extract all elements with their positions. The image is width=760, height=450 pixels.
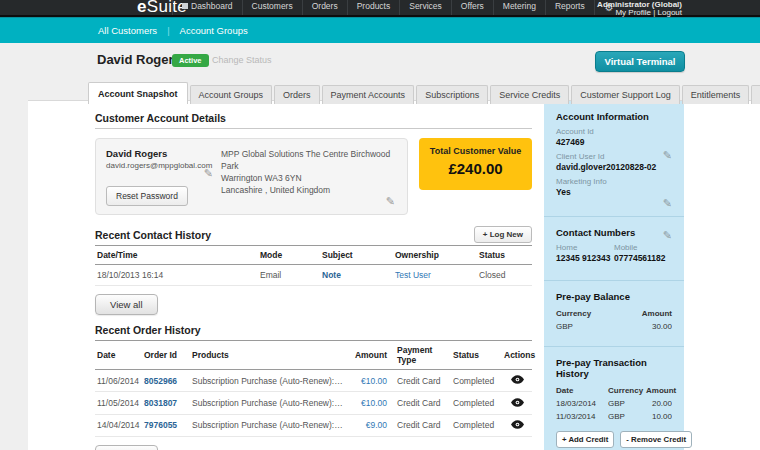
tab-entitlements[interactable]: Entitlements xyxy=(682,85,750,104)
contact-history-header: Recent Contact History + Log New xyxy=(95,215,532,245)
tab-customer-support-log[interactable]: Customer Support Log xyxy=(571,85,680,104)
col-order-id: Order Id xyxy=(142,341,190,370)
nav-reports[interactable]: Reports xyxy=(546,0,595,15)
cell-date: 14/04/2014 xyxy=(95,414,142,436)
edit-client-user-id-pencil-icon[interactable]: ✎ xyxy=(663,149,672,162)
cell-status: Completed xyxy=(451,392,502,414)
change-status-link[interactable]: Change Status xyxy=(212,55,272,65)
prepay-balance-table: Currency Amount GBP 30.00 xyxy=(556,307,672,333)
tab-account-snapshot[interactable]: Account Snapshot xyxy=(88,82,188,104)
tab-service-credits[interactable]: Service Credits xyxy=(490,85,569,104)
col-status: Status xyxy=(477,246,532,265)
client-user-id-label: Client User Id xyxy=(556,152,672,161)
order-history-view-all-button[interactable]: View all xyxy=(95,445,158,450)
section-title-account-details: Customer Account Details xyxy=(95,112,532,129)
contact-history-table: Date/Time Mode Subject Ownership Status … xyxy=(95,245,532,286)
edit-contact-numbers-pencil-icon[interactable]: ✎ xyxy=(663,229,672,242)
virtual-terminal-button[interactable]: Virtual Terminal xyxy=(595,51,685,72)
logout-link[interactable]: Logout xyxy=(658,8,682,17)
order-row: 14/04/2014 7976055 Subscription Purchase… xyxy=(95,414,532,436)
view-order-eye-icon[interactable] xyxy=(511,375,524,386)
amount-header: Amount xyxy=(618,307,672,320)
subnav-all-customers[interactable]: All Customers xyxy=(98,25,157,36)
page-header: David Rogers Active Change Status Virtua… xyxy=(0,43,760,82)
col-actions: Actions xyxy=(502,341,532,370)
prepay-history-title: Pre-pay Transaction History xyxy=(556,357,672,379)
tab-chargebacks[interactable]: Chargebacks xyxy=(751,85,760,104)
nav-services[interactable]: Services xyxy=(400,0,452,15)
my-profile-link[interactable]: My Profile xyxy=(615,8,651,17)
contact-numbers-section: Contact Numbers ✎ Home 12345 912343 Mobi… xyxy=(544,217,684,281)
remove-credit-button[interactable]: - Remove Credit xyxy=(620,431,692,448)
currency-header: Currency xyxy=(608,384,646,397)
order-amount-link[interactable]: €10.00 xyxy=(361,398,387,408)
view-order-eye-icon[interactable] xyxy=(511,420,524,431)
cell-status: Completed xyxy=(451,414,502,436)
balance-currency: GBP xyxy=(556,320,618,333)
log-new-button[interactable]: + Log New xyxy=(474,226,532,243)
user-block: Administrator (Global) My Profile | Logo… xyxy=(597,0,682,17)
cell-currency: GBP xyxy=(608,397,646,410)
nav-orders[interactable]: Orders xyxy=(303,0,348,15)
section-title-order-history: Recent Order History xyxy=(95,324,532,340)
cell-status: Completed xyxy=(451,370,502,392)
cell-date: 11/03/2014 xyxy=(556,410,608,423)
user-links-divider: | xyxy=(653,8,655,17)
subnav-account-groups[interactable]: Account Groups xyxy=(180,25,248,36)
tab-payment-accounts[interactable]: Payment Accounts xyxy=(322,85,415,104)
mobile-number: 07774561182 xyxy=(614,253,672,263)
order-id-link[interactable]: 8052966 xyxy=(144,376,177,386)
cell-date: 11/06/2014 xyxy=(95,370,142,392)
cell-amount: 10.00 xyxy=(646,410,672,423)
cell-status: Closed xyxy=(477,265,532,286)
order-amount-link[interactable]: €9.00 xyxy=(366,420,387,430)
nav-metering[interactable]: Metering xyxy=(494,0,546,15)
cell-date: 18/03/2014 xyxy=(556,397,608,410)
detail-customer-name: David Rogers xyxy=(106,148,211,159)
tab-subscriptions[interactable]: Subscriptions xyxy=(416,85,488,104)
address-line-2: Warrington WA3 6YN xyxy=(221,172,397,184)
account-id-value: 427469 xyxy=(556,137,672,147)
order-row: 11/06/2014 8052966 Subscription Purchase… xyxy=(95,370,532,392)
nav-offers[interactable]: Offers xyxy=(452,0,494,15)
contact-history-view-all-button[interactable]: View all xyxy=(95,294,158,315)
contact-ownership-link[interactable]: Test User xyxy=(395,270,431,280)
total-value-amount: £240.00 xyxy=(423,160,528,177)
account-information-section: Account Information Account Id 427469 ✎ … xyxy=(544,101,684,217)
cell-payment-type: Credit Card xyxy=(389,370,451,392)
order-id-link[interactable]: 8031807 xyxy=(144,398,177,408)
contact-history-row: 18/10/2013 16:14 Email Note Test User Cl… xyxy=(95,265,532,286)
home-label: Home xyxy=(556,243,614,252)
col-date: Date xyxy=(95,341,142,370)
add-credit-button[interactable]: + Add Credit xyxy=(556,431,614,448)
contact-subject-link[interactable]: Note xyxy=(322,270,341,280)
amount-header: Amount xyxy=(646,384,672,397)
nav-customers[interactable]: Customers xyxy=(243,0,303,15)
account-details-row: David Rogers david.rogers@mppglobal.com … xyxy=(95,138,532,215)
prepay-buttons-row: + Add Credit - Remove Credit xyxy=(556,431,672,448)
total-customer-value-box: Total Customer Value £240.00 xyxy=(419,138,532,190)
client-user-id-value: david.glover20120828-02 xyxy=(556,162,672,172)
identity-column: David Rogers david.rogers@mppglobal.com … xyxy=(106,148,211,206)
prepay-balance-title: Pre-pay Balance xyxy=(556,291,672,302)
tab-orders[interactable]: Orders xyxy=(274,85,320,104)
nav-dashboard[interactable]: Dashboard xyxy=(172,0,243,15)
tab-account-groups[interactable]: Account Groups xyxy=(190,85,273,104)
edit-marketing-info-pencil-icon[interactable]: ✎ xyxy=(663,197,672,210)
status-badge: Active xyxy=(172,54,209,67)
logo-e: e xyxy=(137,0,147,16)
secondary-nav-bar: All Customers | Account Groups xyxy=(0,17,760,43)
cell-mode: Email xyxy=(258,265,320,286)
total-value-label: Total Customer Value xyxy=(423,146,528,156)
contact-numbers-title: Contact Numbers xyxy=(556,227,672,238)
reset-password-button[interactable]: Reset Password xyxy=(106,186,188,206)
view-order-eye-icon[interactable] xyxy=(511,398,524,409)
nav-products[interactable]: Products xyxy=(348,0,401,15)
balance-amount: 30.00 xyxy=(618,320,672,333)
edit-address-pencil-icon[interactable]: ✎ xyxy=(386,196,395,206)
account-sidebar: Account Information Account Id 427469 ✎ … xyxy=(544,101,684,450)
cell-currency: GBP xyxy=(608,410,646,423)
order-id-link[interactable]: 7976055 xyxy=(144,420,177,430)
order-amount-link[interactable]: €10.00 xyxy=(361,376,387,386)
subnav-divider: | xyxy=(167,25,169,36)
